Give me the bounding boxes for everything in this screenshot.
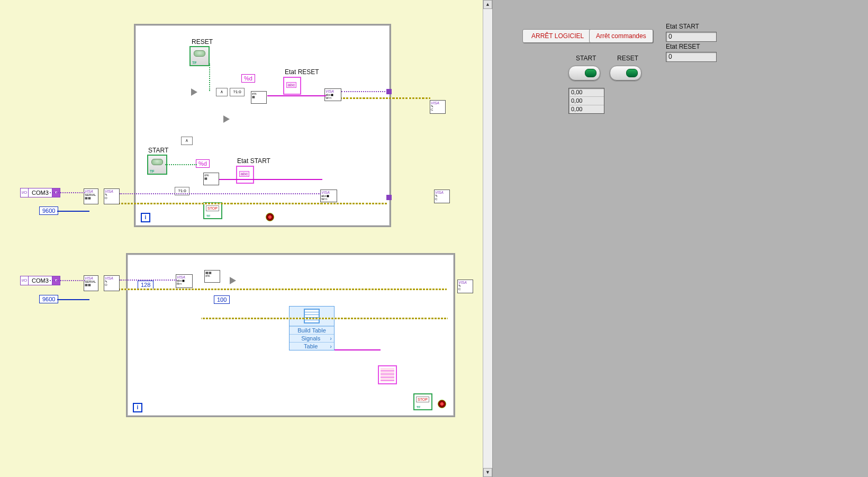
and-gate-icon: ∧ (216, 88, 228, 96)
visa-resource-value-2: COM3 (29, 276, 52, 285)
express-title: Build Table (290, 326, 334, 334)
loop-condition-terminal-icon (266, 213, 274, 221)
io-glyph-icon: I/O (20, 276, 29, 285)
visa-open-1: VISA✎O (104, 188, 120, 204)
visa-write-2: VISAabc◼W▭ (320, 190, 337, 202)
io-glyph-icon: I/O (20, 188, 29, 197)
front-panel[interactable]: ARRÊT LOGICIEL Arrêt commandes START RES… (493, 0, 868, 477)
select-case-2: ?1:0 (175, 187, 189, 195)
table-grid-icon (304, 309, 320, 323)
tunnel-icon (386, 89, 392, 94)
baud-rate-constant-1[interactable]: 9600 (39, 206, 58, 215)
vertical-scrollbar[interactable]: ▲ ▼ (483, 0, 492, 477)
label-etat-start: Etat START (666, 23, 699, 30)
visa-resource-control-2[interactable]: I/O COM3 ▾ (20, 276, 60, 285)
format-string-d-1[interactable]: %d (241, 74, 255, 83)
output-table: 0,00 0,00 0,00 (568, 88, 604, 114)
visa-serial-cfg-2: VISASERIAL▦▦ (84, 275, 98, 291)
toggle-indicator-icon (585, 69, 596, 77)
visa-read: VISAabc◼R▭ (176, 274, 193, 288)
stop-button-terminal-lower[interactable]: TF (413, 393, 432, 410)
visa-close-2: VISA✎C (434, 190, 450, 203)
visa-write-1: VISAabc◼W▭ (324, 88, 341, 101)
scroll-up-icon[interactable]: ▲ (483, 0, 492, 9)
label-start: START (576, 55, 596, 62)
iteration-terminal-icon: i (133, 403, 142, 412)
wire (57, 299, 89, 300)
visa-serial-cfg-1: VISASERIAL▦▦ (84, 188, 98, 204)
format-string-d-2[interactable]: %d (196, 159, 210, 168)
scroll-down-icon[interactable]: ▼ (483, 468, 492, 477)
table-row: 0,00 (569, 88, 604, 97)
reset-control-terminal[interactable]: TF (189, 46, 210, 66)
visa-open-2: VISA✎O (104, 275, 120, 291)
table-indicator-terminal (378, 365, 397, 384)
express-table-row[interactable]: Table (290, 342, 334, 350)
label-etat-start: Etat START (237, 157, 270, 165)
format-into-string-1: ±%▦ (251, 91, 267, 104)
tunnel-icon (386, 195, 392, 200)
format-into-string-2: ±%▦ (203, 173, 219, 185)
not-gate-icon (191, 88, 197, 96)
dropdown-icon[interactable]: ▾ (52, 188, 60, 197)
etat-reset-indicator-terminal (283, 77, 301, 95)
start-control-terminal[interactable]: TF (147, 155, 167, 175)
visa-resource-value: COM3 (29, 188, 52, 197)
iteration-terminal-icon: i (141, 213, 150, 222)
table-row: 0,00 (569, 105, 604, 113)
not-gate-2-icon (223, 115, 230, 123)
stop-button-terminal-upper[interactable]: TF (203, 202, 222, 219)
label-etat-reset: Etat RESET (285, 68, 319, 76)
etat-reset-indicator: 0 (666, 52, 717, 62)
label-reset: RESET (617, 55, 638, 62)
block-diagram-panel[interactable]: i TF RESET TF Etat RESET %d ∧ ?1:0 ±%▦ ∧… (0, 0, 493, 477)
reset-toggle[interactable] (610, 66, 641, 80)
while-loop-upper: i TF (134, 24, 391, 227)
scan-from-string: ▦▦±% (204, 270, 220, 283)
dropdown-icon[interactable]: ▾ (52, 276, 60, 285)
visa-close-3: VISA✎C (457, 280, 473, 293)
baud-rate-constant-2[interactable]: 9600 (39, 295, 58, 303)
label-start: START (148, 147, 168, 154)
and-gate-2-icon: ∧ (181, 137, 193, 145)
label-etat-reset: Etat RESET (666, 43, 700, 50)
const-128[interactable]: 128 (138, 281, 153, 289)
wire (57, 211, 89, 212)
express-signals-row[interactable]: Signals (290, 334, 334, 342)
arret-commandes-button[interactable]: Arrêt commandes (589, 29, 653, 43)
start-toggle[interactable] (568, 66, 600, 80)
etat-start-indicator-terminal (236, 166, 254, 184)
toggle-indicator-icon (626, 69, 638, 77)
etat-start-indicator: 0 (666, 32, 717, 42)
visa-close-1: VISA✎C (430, 100, 446, 114)
table-row: 0,00 (569, 97, 604, 105)
visa-resource-control-1[interactable]: I/O COM3 ▾ (20, 188, 60, 197)
select-case-1: ?1:0 (230, 88, 245, 96)
label-reset: RESET (192, 38, 213, 46)
build-table-express[interactable]: Build Table Signals Table (289, 306, 334, 350)
arret-logiciel-button[interactable]: ARRÊT LOGICIEL (522, 29, 593, 43)
const-100[interactable]: 100 (214, 295, 230, 304)
index-split-icon (230, 277, 236, 284)
loop-condition-terminal-icon (438, 400, 446, 408)
